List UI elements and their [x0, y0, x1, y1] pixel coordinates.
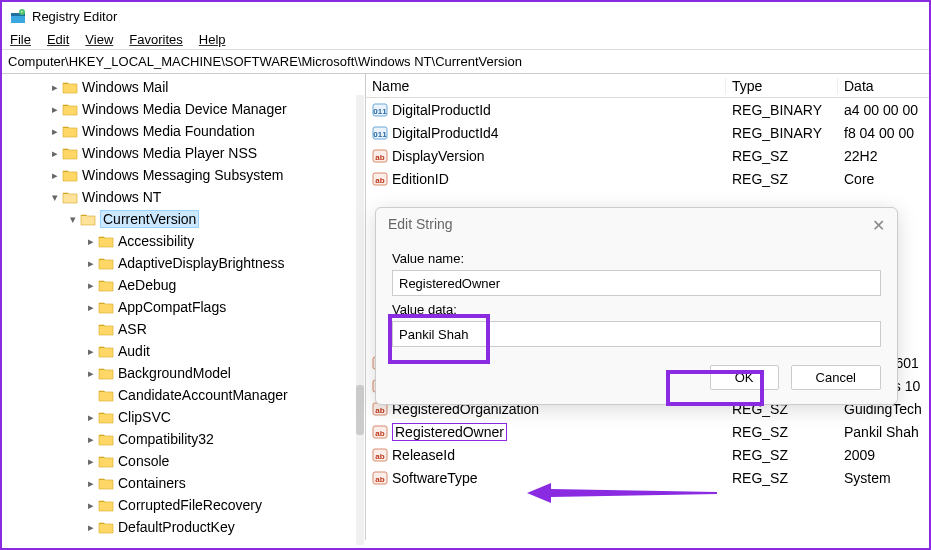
menu-edit[interactable]: Edit — [47, 32, 69, 47]
svg-text:ab: ab — [375, 406, 384, 415]
chevron-icon[interactable]: ▸ — [48, 103, 62, 116]
list-row[interactable]: abEditionIDREG_SZCore — [366, 167, 929, 190]
cancel-button[interactable]: Cancel — [791, 365, 881, 390]
tree-item[interactable]: ▸ClipSVC — [2, 406, 365, 428]
chevron-icon[interactable]: ▸ — [48, 81, 62, 94]
tree-label: Windows Mail — [82, 79, 168, 95]
tree-label: Accessibility — [118, 233, 194, 249]
window-title: Registry Editor — [32, 9, 117, 24]
list-row[interactable]: 011DigitalProductIdREG_BINARYa4 00 00 00 — [366, 98, 929, 121]
tree-item[interactable]: ▸CorruptedFileRecovery — [2, 494, 365, 516]
chevron-icon[interactable]: ▸ — [84, 279, 98, 292]
tree-label: Windows Media Player NSS — [82, 145, 257, 161]
scroll-thumb[interactable] — [356, 385, 364, 435]
tree-item[interactable]: ASR — [2, 318, 365, 340]
value-type: REG_SZ — [726, 470, 838, 486]
chevron-icon[interactable]: ▾ — [66, 213, 80, 226]
chevron-icon[interactable]: ▸ — [84, 367, 98, 380]
chevron-icon[interactable]: ▾ — [48, 191, 62, 204]
tree-item[interactable]: ▸AeDebug — [2, 274, 365, 296]
chevron-icon[interactable]: ▸ — [84, 257, 98, 270]
header-name[interactable]: Name — [366, 78, 726, 94]
list-row[interactable]: 011DigitalProductId4REG_BINARYf8 04 00 0… — [366, 121, 929, 144]
tree-item[interactable]: CandidateAccountManager — [2, 384, 365, 406]
svg-text:ab: ab — [375, 176, 384, 185]
edit-string-dialog: Edit String ✕ Value name: Value data: OK… — [375, 207, 898, 405]
value-name: DisplayVersion — [392, 148, 726, 164]
tree-item[interactable]: ▾CurrentVersion — [2, 208, 365, 230]
value-name: DigitalProductId4 — [392, 125, 726, 141]
value-data: a4 00 00 00 — [838, 102, 929, 118]
menu-file[interactable]: File — [10, 32, 31, 47]
chevron-icon[interactable]: ▸ — [84, 235, 98, 248]
chevron-icon[interactable]: ▸ — [84, 433, 98, 446]
chevron-icon[interactable]: ▸ — [84, 499, 98, 512]
chevron-icon[interactable]: ▸ — [84, 411, 98, 424]
tree-item[interactable]: ▸BackgroundModel — [2, 362, 365, 384]
chevron-icon[interactable]: ▸ — [48, 147, 62, 160]
menubar: File Edit View Favorites Help — [2, 30, 929, 50]
tree-item[interactable]: ▸AdaptiveDisplayBrightness — [2, 252, 365, 274]
tree-item[interactable]: ▸AppCompatFlags — [2, 296, 365, 318]
value-data: Core — [838, 171, 929, 187]
list-row[interactable]: abRegisteredOwnerREG_SZPankil Shah — [366, 420, 929, 443]
tree-item[interactable]: ▾Windows NT — [2, 186, 365, 208]
header-data[interactable]: Data — [838, 78, 929, 94]
tree-item[interactable]: ▸Windows Messaging Subsystem — [2, 164, 365, 186]
tree-label: Console — [118, 453, 169, 469]
tree-item[interactable]: ▸Audit — [2, 340, 365, 362]
value-name: ReleaseId — [392, 447, 726, 463]
tree-label: Windows Media Device Manager — [82, 101, 287, 117]
value-name: DigitalProductId — [392, 102, 726, 118]
menu-view[interactable]: View — [85, 32, 113, 47]
tree-item[interactable]: ▸Windows Media Device Manager — [2, 98, 365, 120]
chevron-icon[interactable]: ▸ — [84, 455, 98, 468]
svg-marker-23 — [527, 483, 717, 503]
value-name: RegisteredOwner — [392, 423, 507, 441]
tree-item[interactable]: ▸Windows Media Player NSS — [2, 142, 365, 164]
tree-item[interactable]: ▸Compatibility32 — [2, 428, 365, 450]
tree-label: CorruptedFileRecovery — [118, 497, 262, 513]
value-type: REG_SZ — [726, 424, 838, 440]
list-row[interactable]: abDisplayVersionREG_SZ22H2 — [366, 144, 929, 167]
dialog-title: Edit String — [388, 216, 453, 235]
header-type[interactable]: Type — [726, 78, 838, 94]
value-type: REG_SZ — [726, 148, 838, 164]
chevron-icon[interactable]: ▸ — [48, 125, 62, 138]
tree-item[interactable]: ▸Windows Media Foundation — [2, 120, 365, 142]
chevron-icon[interactable]: ▸ — [84, 521, 98, 534]
chevron-icon[interactable]: ▸ — [84, 301, 98, 314]
value-data: 22H2 — [838, 148, 929, 164]
tree-label: Containers — [118, 475, 186, 491]
tree-item[interactable]: ▸Windows Mail — [2, 76, 365, 98]
value-data: Pankil Shah — [838, 424, 929, 440]
tree-item[interactable]: ▸Accessibility — [2, 230, 365, 252]
chevron-icon[interactable]: ▸ — [48, 169, 62, 182]
tree-label: Audit — [118, 343, 150, 359]
value-name-label: Value name: — [392, 251, 881, 266]
chevron-icon[interactable]: ▸ — [84, 345, 98, 358]
menu-favorites[interactable]: Favorites — [129, 32, 182, 47]
tree-label: Windows Messaging Subsystem — [82, 167, 284, 183]
menu-help[interactable]: Help — [199, 32, 226, 47]
tree-item[interactable]: ▸Containers — [2, 472, 365, 494]
chevron-icon[interactable]: ▸ — [84, 477, 98, 490]
address-bar[interactable]: Computer\HKEY_LOCAL_MACHINE\SOFTWARE\Mic… — [2, 50, 929, 74]
tree-item[interactable]: ▸Console — [2, 450, 365, 472]
titlebar: Registry Editor — [2, 2, 929, 30]
tree-label: CurrentVersion — [100, 210, 199, 228]
close-icon[interactable]: ✕ — [872, 216, 885, 235]
tree-view[interactable]: ▸Windows Mail▸Windows Media Device Manag… — [2, 74, 366, 540]
tree-item[interactable]: ▸DefaultProductKey — [2, 516, 365, 538]
list-header: Name Type Data — [366, 74, 929, 98]
tree-scrollbar[interactable] — [356, 95, 364, 545]
tree-label: CandidateAccountManager — [118, 387, 288, 403]
list-row[interactable]: abReleaseIdREG_SZ2009 — [366, 443, 929, 466]
value-name-input[interactable] — [392, 270, 881, 296]
svg-text:ab: ab — [375, 452, 384, 461]
svg-text:ab: ab — [375, 475, 384, 484]
value-type: REG_BINARY — [726, 102, 838, 118]
svg-text:ab: ab — [375, 429, 384, 438]
tree-label: Windows Media Foundation — [82, 123, 255, 139]
svg-text:011: 011 — [373, 130, 387, 139]
